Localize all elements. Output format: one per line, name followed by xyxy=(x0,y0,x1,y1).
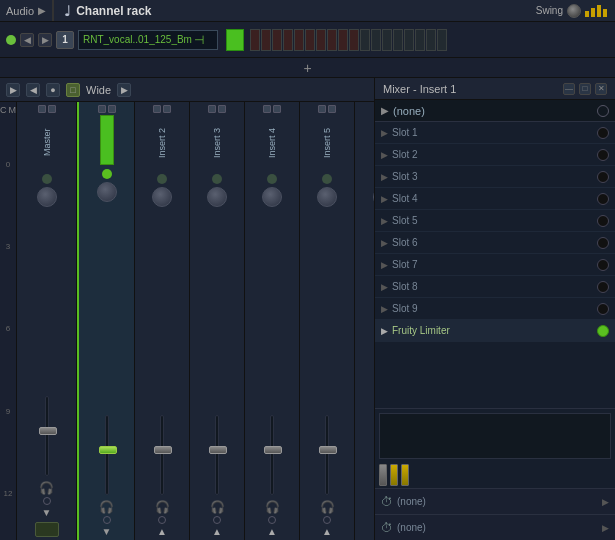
track-name-box[interactable]: RNT_vocal..01_125_Bm ⊣ xyxy=(78,30,218,50)
pcell[interactable] xyxy=(371,29,381,51)
m-btn[interactable] xyxy=(328,105,336,113)
strip-knob[interactable] xyxy=(37,187,57,207)
pcell[interactable] xyxy=(283,29,293,51)
send-btn[interactable] xyxy=(212,174,222,184)
pcell[interactable] xyxy=(294,29,304,51)
up-arrow-icon[interactable]: ▲ xyxy=(212,526,222,537)
slot-4[interactable]: ▶ Slot 4 xyxy=(375,188,615,210)
up-arrow-icon[interactable]: ▲ xyxy=(322,526,332,537)
channel-strip-insert1[interactable]: 🎧 ▼ xyxy=(77,102,135,540)
slot-circle-active[interactable] xyxy=(597,325,609,337)
slot-circle[interactable] xyxy=(597,171,609,183)
send-btn[interactable] xyxy=(267,174,277,184)
pcell[interactable] xyxy=(272,29,282,51)
m-btn[interactable] xyxy=(273,105,281,113)
c-btn[interactable] xyxy=(153,105,161,113)
strip-knob[interactable] xyxy=(207,187,227,207)
pcell[interactable] xyxy=(382,29,392,51)
headphone-off[interactable]: 🎧 xyxy=(265,500,280,514)
pcell[interactable] xyxy=(338,29,348,51)
pcell[interactable] xyxy=(250,29,260,51)
slot-circle[interactable] xyxy=(597,259,609,271)
slot-fruity-limiter[interactable]: ▶ Fruity Limiter xyxy=(375,320,615,342)
headphone-icon[interactable]: 🎧 xyxy=(320,500,335,514)
small-circle[interactable] xyxy=(43,497,51,505)
m-btn[interactable] xyxy=(48,105,56,113)
link-btn[interactable]: □ xyxy=(66,83,80,97)
strip-knob[interactable] xyxy=(262,187,282,207)
slot-1[interactable]: ▶ Slot 1 xyxy=(375,122,615,144)
pcell[interactable] xyxy=(426,29,436,51)
slot-circle[interactable] xyxy=(597,303,609,315)
down-arrow-icon[interactable]: ▼ xyxy=(102,526,112,537)
fader-handle[interactable] xyxy=(39,427,57,435)
close-btn[interactable]: ✕ xyxy=(595,83,607,95)
maximize-btn[interactable]: □ xyxy=(579,83,591,95)
green-rect[interactable] xyxy=(226,29,244,51)
small-circle[interactable] xyxy=(103,516,111,524)
fader-handle[interactable] xyxy=(154,446,172,454)
green-dot[interactable] xyxy=(6,35,16,45)
m-btn[interactable] xyxy=(163,105,171,113)
m-btn[interactable] xyxy=(108,105,116,113)
mini-fader-3[interactable] xyxy=(401,464,409,486)
send-btn[interactable] xyxy=(42,174,52,184)
pcell[interactable] xyxy=(261,29,271,51)
pcell[interactable] xyxy=(437,29,447,51)
slot-6[interactable]: ▶ Slot 6 xyxy=(375,232,615,254)
strip-knob[interactable] xyxy=(152,187,172,207)
small-circle[interactable] xyxy=(268,516,276,524)
channel-strip-insert5[interactable]: Insert 5 🎧 ▲ xyxy=(300,102,355,540)
slot-circle[interactable] xyxy=(597,149,609,161)
fader-handle[interactable] xyxy=(319,446,337,454)
slot-circle[interactable] xyxy=(597,237,609,249)
small-circle[interactable] xyxy=(323,516,331,524)
fader-handle[interactable] xyxy=(209,446,227,454)
strip-knob[interactable] xyxy=(373,187,375,207)
strip-knob[interactable] xyxy=(317,187,337,207)
slot-circle[interactable] xyxy=(597,281,609,293)
c-btn[interactable] xyxy=(38,105,46,113)
add-row[interactable]: + xyxy=(0,58,615,78)
fader-handle[interactable] xyxy=(264,446,282,454)
minimize-btn[interactable]: — xyxy=(563,83,575,95)
send-btn[interactable] xyxy=(157,174,167,184)
slot-circle[interactable] xyxy=(597,193,609,205)
channel-strip-insert2[interactable]: Insert 2 🎧 ▲ xyxy=(135,102,190,540)
pcell[interactable] xyxy=(415,29,425,51)
footer-arrow[interactable]: ▶ xyxy=(602,497,609,507)
fader-handle[interactable] xyxy=(99,446,117,454)
arrow-btn[interactable]: ▶ xyxy=(117,83,131,97)
headphone-icon[interactable]: 🎧 xyxy=(99,500,114,514)
pcell[interactable] xyxy=(393,29,403,51)
pcell[interactable] xyxy=(327,29,337,51)
headphone-icon[interactable]: 🎧 xyxy=(39,481,54,495)
pcell[interactable] xyxy=(316,29,326,51)
channel-strip-master[interactable]: Master 🎧 ▼ xyxy=(17,102,77,540)
slot-3[interactable]: ▶ Slot 3 xyxy=(375,166,615,188)
insert-dropdown[interactable]: ▶ (none) xyxy=(375,100,615,122)
footer-arrow-2[interactable]: ▶ xyxy=(602,523,609,533)
c-btn[interactable] xyxy=(98,105,106,113)
audio-arrow[interactable]: ▶ xyxy=(38,5,46,16)
slot-2[interactable]: ▶ Slot 2 xyxy=(375,144,615,166)
strip-knob[interactable] xyxy=(97,182,117,202)
channel-strip-insert3[interactable]: Insert 3 🎧 ▲ xyxy=(190,102,245,540)
headphone-off[interactable]: 🎧 xyxy=(210,500,225,514)
pcell[interactable] xyxy=(305,29,315,51)
send-btn[interactable] xyxy=(102,169,112,179)
c-btn[interactable] xyxy=(318,105,326,113)
left-btn[interactable]: ◀ xyxy=(20,33,34,47)
channel-strip-insert6[interactable]: Insert 6 🎧 ▲ xyxy=(355,102,374,540)
slot-8[interactable]: ▶ Slot 8 xyxy=(375,276,615,298)
c-btn[interactable] xyxy=(374,105,375,113)
send-btn[interactable] xyxy=(322,174,332,184)
c-btn[interactable] xyxy=(208,105,216,113)
pcell[interactable] xyxy=(349,29,359,51)
prev-btn[interactable]: ◀ xyxy=(26,83,40,97)
insert-circle[interactable] xyxy=(597,105,609,117)
small-circle[interactable] xyxy=(213,516,221,524)
small-circle[interactable] xyxy=(158,516,166,524)
mini-fader-2[interactable] xyxy=(390,464,398,486)
headphone-icon[interactable]: 🎧 xyxy=(155,500,170,514)
